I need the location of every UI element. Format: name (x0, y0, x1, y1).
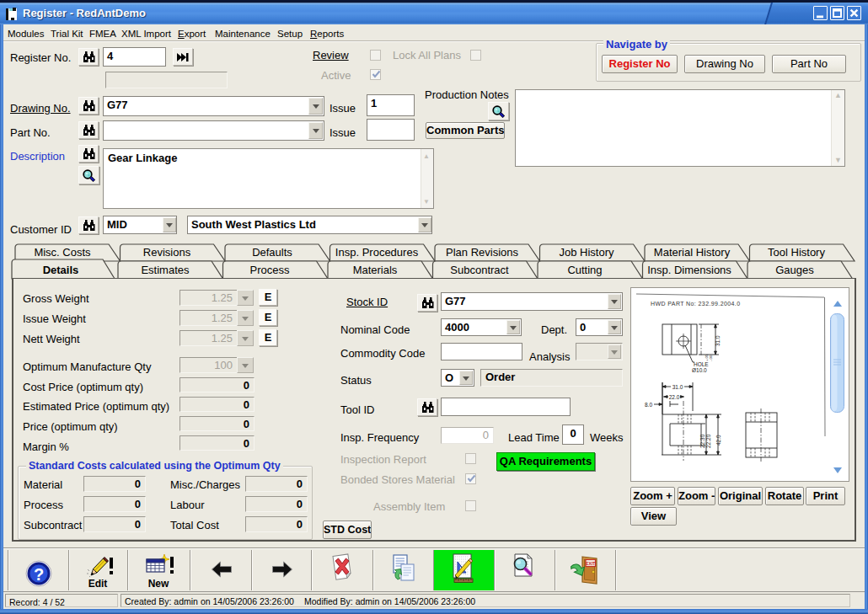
svg-text:HWD PART No: 232.99.2004.0: HWD PART No: 232.99.2004.0 (651, 301, 741, 307)
svg-text:Plan Revisions: Plan Revisions (446, 246, 518, 259)
svg-text:Gauges: Gauges (775, 264, 814, 276)
svg-text:-.00: -.00 (709, 355, 713, 361)
svg-text:Process: Process (250, 264, 290, 276)
svg-text:Insp. Dimensions: Insp. Dimensions (647, 264, 731, 276)
svg-text:22.30: 22.30 (699, 434, 705, 448)
svg-text:Details: Details (43, 264, 79, 276)
svg-text:Cutting: Cutting (567, 264, 602, 276)
svg-text:?: ? (34, 565, 44, 584)
svg-text:42.0: 42.0 (715, 435, 721, 446)
svg-text:Subcontract: Subcontract (450, 264, 509, 276)
svg-text:Tool History: Tool History (768, 246, 825, 259)
svg-text:22.0: 22.0 (669, 394, 680, 400)
svg-text:Materials: Materials (353, 264, 398, 276)
svg-text:31.0: 31.0 (672, 384, 683, 390)
svg-text:Insp. Procedures: Insp. Procedures (335, 246, 419, 259)
svg-text:EXIT: EXIT (586, 561, 595, 566)
svg-text:Job History: Job History (559, 246, 614, 259)
svg-text:Ø10.0: Ø10.0 (692, 367, 707, 373)
svg-text:Revisions: Revisions (143, 246, 191, 259)
svg-text:Misc. Costs: Misc. Costs (34, 246, 91, 259)
svg-text:8.0: 8.0 (645, 402, 652, 408)
svg-text:Estimates: Estimates (141, 264, 190, 276)
svg-text:Material History: Material History (654, 246, 731, 259)
svg-text:22.20: 22.20 (705, 434, 711, 448)
svg-text:31.0: 31.0 (715, 335, 721, 346)
svg-text:Defaults: Defaults (252, 246, 292, 259)
svg-text:HOLE: HOLE (694, 361, 709, 367)
